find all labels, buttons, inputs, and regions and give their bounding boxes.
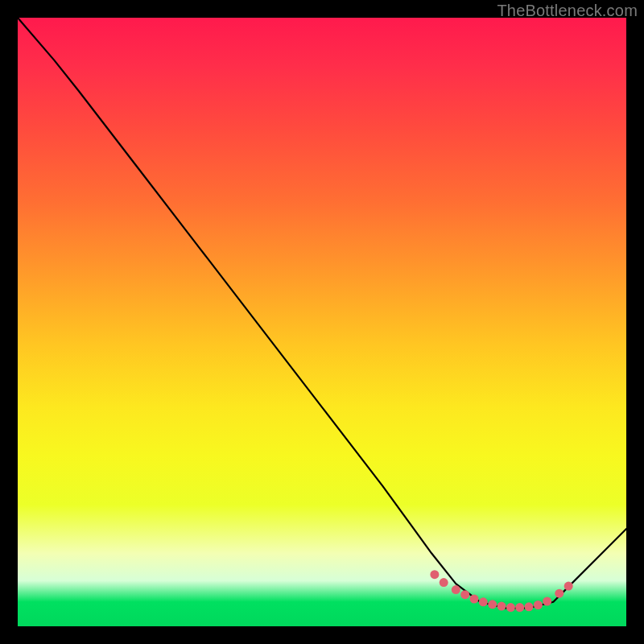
marker-dot — [440, 578, 448, 587]
marker-dot — [555, 589, 564, 598]
watermark-text: TheBottleneck.com — [497, 2, 638, 20]
curve-path — [18, 18, 626, 608]
marker-dot — [564, 582, 573, 591]
plot-area — [18, 18, 626, 626]
marker-dot — [497, 602, 506, 611]
line-layer — [18, 18, 626, 626]
marker-dot — [525, 602, 534, 611]
marker-dot — [515, 603, 524, 612]
marker-dot — [534, 601, 543, 609]
marker-dot — [470, 595, 479, 604]
marker-dot — [506, 603, 515, 612]
marker-group — [430, 570, 572, 612]
marker-dot — [543, 597, 551, 606]
marker-dot — [479, 597, 488, 606]
marker-dot — [430, 570, 439, 579]
marker-dot — [452, 585, 460, 594]
marker-dot — [460, 590, 469, 599]
marker-dot — [488, 600, 497, 609]
chart-frame: TheBottleneck.com — [0, 0, 644, 644]
